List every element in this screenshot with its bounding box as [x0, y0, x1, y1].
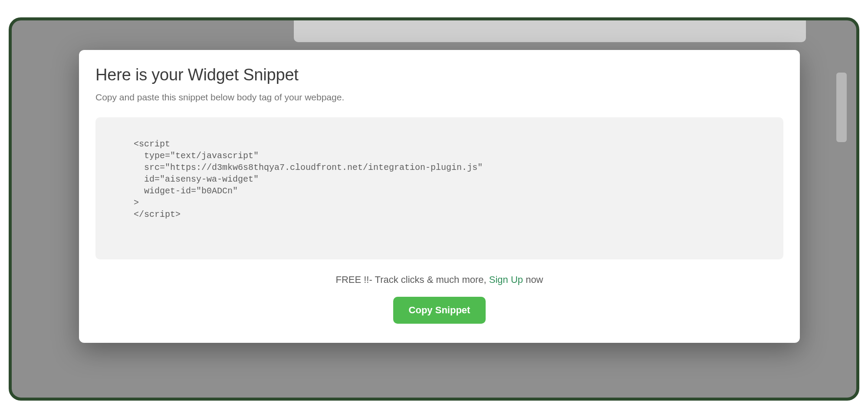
footer-prefix: FREE !!- Track clicks & much more,: [335, 274, 489, 285]
footer-suffix: now: [523, 274, 543, 285]
background-scroll-hint: [836, 73, 847, 142]
page-backdrop: Here is your Widget Snippet Copy and pas…: [9, 17, 859, 401]
widget-snippet-modal: Here is your Widget Snippet Copy and pas…: [79, 50, 800, 343]
snippet-code-block[interactable]: <script type="text/javascript" src="http…: [95, 117, 783, 259]
modal-footer: FREE !!- Track clicks & much more, Sign …: [95, 274, 783, 324]
modal-title: Here is your Widget Snippet: [95, 66, 783, 84]
background-panel: [294, 20, 806, 42]
modal-subtitle: Copy and paste this snippet below body t…: [95, 92, 783, 103]
signup-link[interactable]: Sign Up: [489, 274, 523, 285]
copy-snippet-button[interactable]: Copy Snippet: [393, 297, 486, 324]
footer-text: FREE !!- Track clicks & much more, Sign …: [95, 274, 783, 285]
